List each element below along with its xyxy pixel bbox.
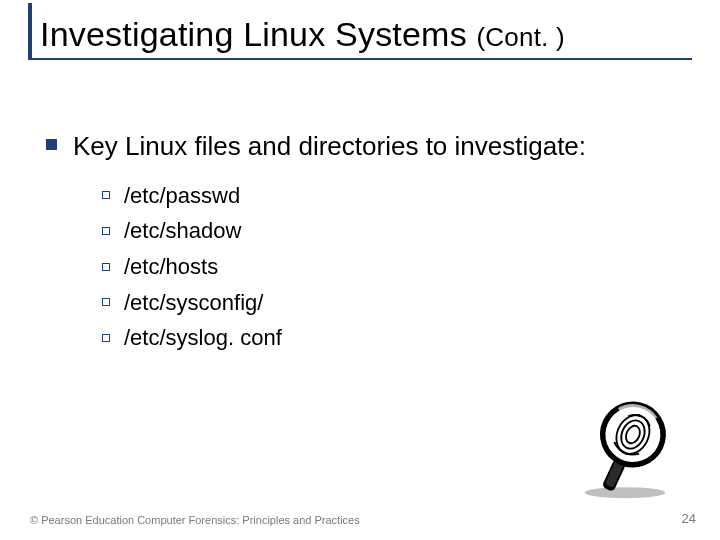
list-item: /etc/sysconfig/ [102, 288, 680, 318]
item-text: /etc/shadow [124, 216, 241, 246]
item-text: /etc/hosts [124, 252, 218, 282]
title-wrap: Investigating Linux Systems (Cont. ) [28, 14, 700, 55]
lead-text: Key Linux files and directories to inves… [73, 130, 586, 163]
page-number: 24 [682, 511, 696, 526]
title-main: Investigating Linux Systems [40, 15, 467, 53]
square-bullet-icon [46, 139, 57, 150]
hollow-square-icon [102, 334, 110, 342]
list-item: /etc/syslog. conf [102, 323, 680, 353]
svg-point-4 [596, 398, 669, 471]
title-cont: (Cont. ) [477, 22, 565, 52]
magnifier-fingerprint-icon [570, 390, 680, 500]
hollow-square-icon [102, 263, 110, 271]
item-text: /etc/passwd [124, 181, 240, 211]
hollow-square-icon [102, 191, 110, 199]
svg-point-0 [585, 487, 666, 498]
item-text: /etc/sysconfig/ [124, 288, 263, 318]
title-accent-bottom [28, 58, 692, 60]
list-item: /etc/passwd [102, 181, 680, 211]
hollow-square-icon [102, 298, 110, 306]
slide-title: Investigating Linux Systems (Cont. ) [28, 14, 700, 55]
footer-copyright: © Pearson Education Computer Forensics: … [30, 514, 360, 526]
item-text: /etc/syslog. conf [124, 323, 282, 353]
slide-body: Key Linux files and directories to inves… [46, 130, 680, 359]
hollow-square-icon [102, 227, 110, 235]
slide: Investigating Linux Systems (Cont. ) Key… [0, 0, 720, 540]
bullet-level1: Key Linux files and directories to inves… [46, 130, 680, 163]
sub-list: /etc/passwd /etc/shadow /etc/hosts /etc/… [102, 181, 680, 353]
list-item: /etc/shadow [102, 216, 680, 246]
list-item: /etc/hosts [102, 252, 680, 282]
